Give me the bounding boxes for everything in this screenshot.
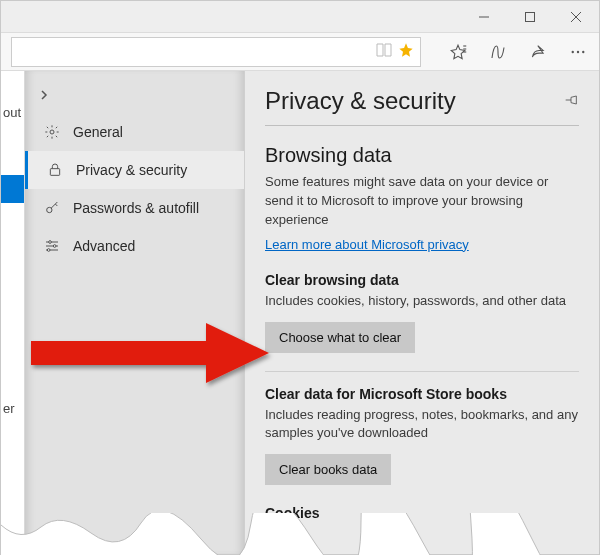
sidebar-item-label: Advanced bbox=[73, 238, 135, 254]
sidebar-item-label: Privacy & security bbox=[76, 162, 187, 178]
bg-text-fragment: out bbox=[3, 105, 21, 120]
browsing-data-section: Browsing data Some features might save d… bbox=[265, 144, 579, 252]
svg-rect-1 bbox=[526, 12, 535, 21]
maximize-button[interactable] bbox=[507, 1, 553, 33]
svg-point-20 bbox=[47, 249, 50, 252]
panel-header: Privacy & security bbox=[265, 87, 579, 126]
bg-selection-fragment bbox=[1, 175, 25, 203]
sliders-icon bbox=[43, 237, 61, 255]
sidebar-item-advanced[interactable]: Advanced bbox=[25, 227, 244, 265]
svg-point-8 bbox=[577, 50, 579, 52]
settings-panel: Privacy & security Browsing data Some fe… bbox=[245, 71, 599, 554]
pin-icon[interactable] bbox=[563, 92, 579, 111]
settings-sidebar: General Privacy & security Passwords & a… bbox=[25, 71, 245, 554]
section-heading: Browsing data bbox=[265, 144, 579, 167]
learn-more-link[interactable]: Learn more about Microsoft privacy bbox=[265, 237, 469, 252]
favorite-star-icon[interactable] bbox=[398, 42, 414, 61]
share-icon[interactable] bbox=[527, 41, 549, 63]
lock-icon bbox=[46, 161, 64, 179]
subsection-heading: Clear data for Microsoft Store books bbox=[265, 386, 579, 402]
subsection-heading: Cookies bbox=[265, 505, 579, 521]
clear-browsing-data-section: Clear browsing data Includes cookies, hi… bbox=[265, 272, 579, 353]
gear-icon bbox=[43, 123, 61, 141]
clear-books-data-button[interactable]: Clear books data bbox=[265, 454, 391, 485]
panel-title: Privacy & security bbox=[265, 87, 456, 115]
svg-line-14 bbox=[55, 204, 57, 206]
sidebar-item-passwords-autofill[interactable]: Passwords & autofill bbox=[25, 189, 244, 227]
more-icon[interactable] bbox=[567, 41, 589, 63]
clear-store-books-section: Clear data for Microsoft Store books Inc… bbox=[265, 386, 579, 485]
choose-what-to-clear-button[interactable]: Choose what to clear bbox=[265, 322, 415, 353]
subsection-desc: Includes cookies, history, passwords, an… bbox=[265, 292, 579, 310]
minimize-button[interactable] bbox=[461, 1, 507, 33]
svg-point-18 bbox=[53, 245, 56, 248]
svg-point-10 bbox=[50, 130, 54, 134]
sidebar-item-privacy-security[interactable]: Privacy & security bbox=[25, 151, 244, 189]
svg-point-9 bbox=[582, 50, 584, 52]
svg-point-16 bbox=[49, 241, 52, 244]
svg-point-7 bbox=[572, 50, 574, 52]
bg-text-fragment: er bbox=[3, 401, 15, 416]
reading-view-icon[interactable] bbox=[376, 43, 392, 60]
key-icon bbox=[43, 199, 61, 217]
titlebar bbox=[1, 1, 599, 33]
sidebar-item-general[interactable]: General bbox=[25, 113, 244, 151]
notes-icon[interactable] bbox=[487, 41, 509, 63]
subsection-heading: Clear browsing data bbox=[265, 272, 579, 288]
divider bbox=[265, 371, 579, 372]
back-chevron[interactable] bbox=[25, 81, 244, 113]
cookies-section: Cookies bbox=[265, 505, 579, 521]
subsection-desc: Includes reading progress, notes, bookma… bbox=[265, 406, 579, 442]
background-page-slice: out er bbox=[1, 71, 25, 554]
section-desc: Some features might save data on your de… bbox=[265, 173, 579, 230]
toolbar bbox=[1, 33, 599, 71]
address-bar[interactable] bbox=[11, 37, 421, 67]
close-button[interactable] bbox=[553, 1, 599, 33]
svg-rect-11 bbox=[50, 169, 59, 176]
sidebar-item-label: General bbox=[73, 124, 123, 140]
svg-point-12 bbox=[47, 207, 52, 212]
favorites-list-icon[interactable] bbox=[447, 41, 469, 63]
sidebar-item-label: Passwords & autofill bbox=[73, 200, 199, 216]
window-frame: out er General Privacy & security bbox=[0, 0, 600, 555]
content-area: out er General Privacy & security bbox=[1, 71, 599, 554]
